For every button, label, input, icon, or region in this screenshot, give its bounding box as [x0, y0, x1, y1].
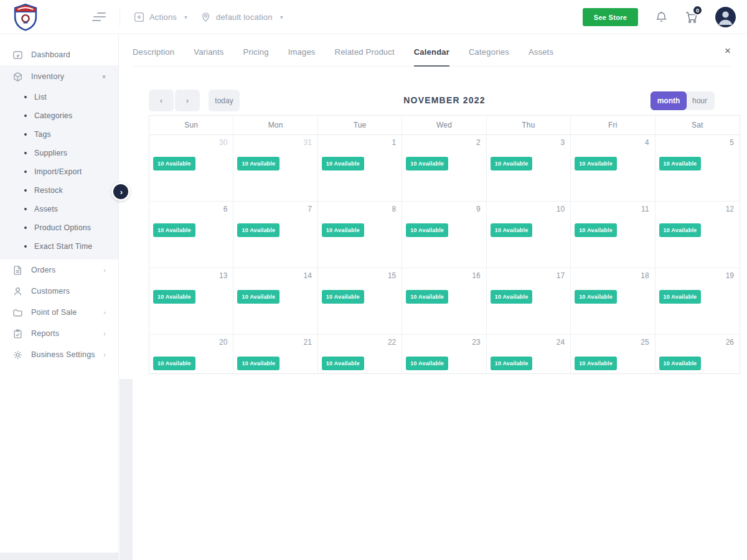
sidebar-item-business-settings[interactable]: Business Settings › — [0, 344, 118, 365]
cart-icon[interactable]: 0 — [685, 11, 698, 24]
availability-badge[interactable]: 10 Available — [322, 223, 364, 237]
tab-pricing[interactable]: Pricing — [243, 47, 269, 66]
availability-badge[interactable]: 10 Available — [237, 157, 280, 170]
availability-badge[interactable]: 10 Available — [659, 157, 702, 170]
close-icon[interactable]: × — [725, 45, 731, 56]
location-dropdown[interactable]: default location ▾ — [200, 0, 283, 34]
day-cell[interactable]: 1510 Available — [318, 268, 402, 335]
sidebar-subitem-suppliers[interactable]: Suppliers — [0, 144, 118, 162]
availability-badge[interactable]: 10 Available — [153, 290, 195, 304]
day-cell[interactable]: 1910 Available — [655, 268, 740, 335]
availability-badge[interactable]: 10 Available — [322, 157, 364, 170]
sidebar-subitem-categories[interactable]: Categories — [0, 106, 118, 125]
availability-badge[interactable]: 10 Available — [659, 290, 702, 304]
day-number: 5 — [655, 138, 740, 153]
sidebar-item-inventory[interactable]: Inventory ▾ — [0, 65, 118, 88]
tab-images[interactable]: Images — [288, 47, 316, 66]
calendar-view-month-button[interactable]: month — [651, 91, 687, 110]
actions-dropdown[interactable]: Actions ▾ — [134, 0, 187, 34]
day-cell[interactable]: 2510 Available — [571, 335, 655, 374]
sidebar-subitem-assets[interactable]: Assets — [0, 200, 118, 218]
availability-badge[interactable]: 10 Available — [237, 290, 280, 304]
day-cell[interactable]: 2410 Available — [487, 335, 571, 374]
availability-badge[interactable]: 10 Available — [491, 157, 533, 170]
sidebar-subitem-product-options[interactable]: Product Options — [0, 218, 118, 237]
availability-badge[interactable]: 10 Available — [406, 223, 448, 237]
day-cell[interactable]: 1710 Available — [487, 268, 571, 335]
day-number: 4 — [571, 138, 654, 153]
day-cell[interactable]: 910 Available — [402, 202, 486, 268]
day-cell[interactable]: 210 Available — [402, 135, 486, 202]
day-cell[interactable]: 810 Available — [318, 202, 402, 268]
sidebar-item-point-of-sale[interactable]: Point of Sale › — [0, 302, 118, 323]
availability-badge[interactable]: 10 Available — [575, 223, 617, 237]
availability-badge[interactable]: 10 Available — [491, 223, 533, 237]
tab-assets[interactable]: Assets — [529, 47, 553, 66]
sidebar-subitem-restock[interactable]: Restock — [0, 181, 118, 200]
calendar-view-hour-button[interactable]: hour — [685, 91, 715, 110]
availability-badge[interactable]: 10 Available — [406, 357, 448, 370]
day-cell[interactable]: 1410 Available — [233, 268, 317, 335]
sidebar-item-orders[interactable]: Orders › — [0, 259, 118, 281]
availability-badge[interactable]: 10 Available — [575, 357, 617, 370]
sidebar-subitem-exact-start-time[interactable]: Exact Start Time — [0, 237, 118, 256]
sidebar-item-reports[interactable]: Reports › — [0, 323, 118, 344]
app-logo[interactable] — [12, 3, 39, 31]
availability-badge[interactable]: 10 Available — [491, 357, 533, 370]
availability-badge[interactable]: 10 Available — [153, 223, 195, 237]
day-cell[interactable]: 2610 Available — [655, 335, 740, 374]
day-cell[interactable]: 610 Available — [149, 202, 233, 268]
tab-categories[interactable]: Categories — [469, 47, 509, 66]
tab-calendar[interactable]: Calendar — [414, 47, 449, 67]
day-cell[interactable]: 1010 Available — [487, 202, 571, 268]
day-cell[interactable]: 1210 Available — [655, 202, 740, 268]
sidebar-subitem-list[interactable]: List — [0, 88, 118, 106]
availability-badge[interactable]: 10 Available — [406, 290, 448, 304]
user-avatar[interactable] — [715, 7, 736, 27]
day-cell[interactable]: 3010 Available — [149, 135, 233, 202]
availability-badge[interactable]: 10 Available — [322, 357, 364, 370]
sidebar-item-dashboard[interactable]: Dashboard — [0, 44, 118, 65]
day-cell[interactable]: 110 Available — [318, 135, 402, 202]
day-cell[interactable]: 2210 Available — [318, 335, 402, 374]
day-cell[interactable]: 1110 Available — [571, 202, 655, 268]
day-cell[interactable]: 1310 Available — [149, 268, 233, 335]
day-cell[interactable]: 3110 Available — [233, 135, 317, 202]
chevron-right-icon: › — [103, 351, 106, 358]
notifications-bell-icon[interactable] — [655, 11, 667, 23]
availability-badge[interactable]: 10 Available — [575, 157, 617, 170]
scroll-gutter[interactable] — [120, 379, 133, 560]
sidebar-item-label: Orders — [31, 266, 95, 274]
menu-toggle-icon[interactable] — [92, 12, 106, 22]
availability-badge[interactable]: 10 Available — [237, 357, 280, 370]
day-cell[interactable]: 1810 Available — [571, 268, 655, 335]
day-cell[interactable]: 510 Available — [655, 135, 740, 202]
tab-description[interactable]: Description — [133, 47, 174, 66]
day-number: 6 — [149, 205, 233, 220]
day-cell[interactable]: 2110 Available — [233, 335, 317, 374]
tab-related-product[interactable]: Related Product — [335, 47, 395, 66]
day-number: 25 — [571, 338, 654, 353]
tab-variants[interactable]: Variants — [194, 47, 223, 66]
sidebar-item-customers[interactable]: Customers — [0, 281, 118, 302]
day-cell[interactable]: 2010 Available — [149, 335, 233, 374]
day-cell[interactable]: 2310 Available — [402, 335, 486, 374]
sidebar-collapse-button[interactable]: › — [111, 182, 130, 201]
day-cell[interactable]: 1610 Available — [402, 268, 486, 335]
availability-badge[interactable]: 10 Available — [659, 357, 702, 370]
availability-badge[interactable]: 10 Available — [575, 290, 617, 304]
sidebar-subitem-import-export[interactable]: Import/Export — [0, 162, 118, 181]
availability-badge[interactable]: 10 Available — [153, 157, 195, 170]
availability-badge[interactable]: 10 Available — [491, 290, 533, 304]
availability-badge[interactable]: 10 Available — [237, 223, 280, 237]
day-cell[interactable]: 710 Available — [233, 202, 317, 268]
bullet-dot — [24, 189, 27, 192]
availability-badge[interactable]: 10 Available — [659, 223, 702, 237]
availability-badge[interactable]: 10 Available — [406, 157, 448, 170]
sidebar-subitem-tags[interactable]: Tags — [0, 125, 118, 144]
availability-badge[interactable]: 10 Available — [322, 290, 364, 304]
day-cell[interactable]: 410 Available — [571, 135, 655, 202]
day-cell[interactable]: 310 Available — [487, 135, 571, 202]
availability-badge[interactable]: 10 Available — [153, 357, 195, 370]
see-store-button[interactable]: See Store — [583, 8, 638, 26]
